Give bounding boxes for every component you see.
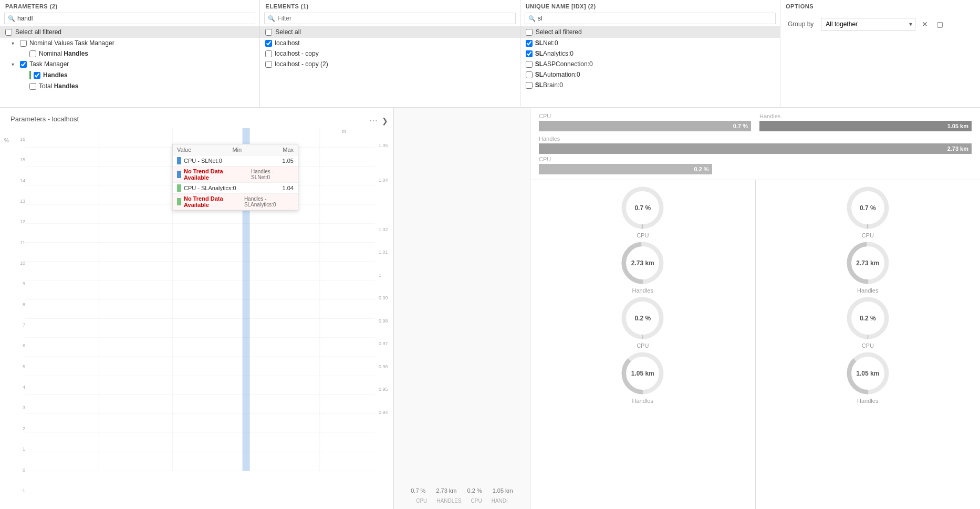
- list-item[interactable]: SLAnalytics:0: [520, 48, 780, 59]
- list-item[interactable]: ▾ Nominal Values Task Manager: [0, 38, 259, 48]
- unique-name-panel: UNIQUE NAME [IDX] (2) 🔍 Select all filte…: [520, 0, 780, 107]
- group-by-select-wrapper[interactable]: All together Per element Per parameter: [821, 18, 915, 30]
- handles-value: 1.05 km: [947, 123, 968, 129]
- gauge-label: CPU: [862, 342, 874, 349]
- tree-checkbox[interactable]: [265, 40, 272, 47]
- search-icon: 🔍: [528, 15, 536, 22]
- gauge-value: 1.05 km: [856, 370, 879, 377]
- elements-search-box[interactable]: 🔍: [264, 13, 515, 24]
- gauge-value: 1.05 km: [631, 370, 654, 377]
- tree-checkbox[interactable]: [29, 50, 36, 57]
- elements-select-all-label: Select all: [275, 28, 301, 36]
- parameters-select-all-checkbox[interactable]: [5, 29, 12, 36]
- unique-name-select-all[interactable]: Select all filtered: [520, 26, 780, 38]
- tree-checkbox[interactable]: [34, 72, 40, 79]
- gauge-circle: 0.7 %: [620, 185, 665, 230]
- tree-checkbox[interactable]: [526, 61, 533, 68]
- tooltip-row: No Trend Data Available Handles - SLAnal…: [173, 194, 298, 210]
- y-val: 3: [15, 405, 25, 410]
- gauge-circle: 1.05 km: [620, 351, 665, 396]
- cpu-section-label: CPU: [539, 156, 972, 162]
- list-item[interactable]: SLNet:0: [520, 38, 780, 48]
- gauge-label: Handles: [632, 398, 653, 404]
- unique-name-search-box[interactable]: 🔍: [525, 13, 776, 24]
- elements-select-all-checkbox[interactable]: [265, 29, 272, 36]
- gauge-column-2: 0.7 % CPU 2.73 km Handles: [756, 180, 981, 509]
- parameters-search-input[interactable]: [17, 15, 252, 22]
- close-button[interactable]: ✕: [920, 19, 930, 29]
- tree-checkbox[interactable]: [526, 40, 533, 47]
- gauge-value: 2.73 km: [631, 259, 654, 267]
- y-val: 7: [15, 323, 25, 328]
- handles-section: Handles 2.73 km: [539, 136, 972, 154]
- svg-text:0.94: 0.94: [379, 410, 388, 415]
- gauge-circle: 0.2 %: [620, 296, 665, 340]
- mid-value: 0.2 %: [467, 487, 482, 494]
- elements-select-all[interactable]: Select all: [260, 26, 519, 38]
- gauge-label: CPU: [862, 232, 874, 238]
- tree-checkbox[interactable]: [265, 61, 272, 68]
- list-item[interactable]: SLASPConnection:0: [520, 59, 780, 69]
- list-item[interactable]: SLAutomation:0: [520, 69, 780, 80]
- top-metrics-row: CPU 0.7 % Handles 1.05 km: [539, 113, 972, 131]
- search-icon: 🔍: [8, 15, 15, 22]
- chevron-placeholder: [21, 72, 27, 78]
- tooltip-series-label: CPU - SLNet:0: [184, 158, 280, 164]
- cpu-metric: CPU 0.7 %: [539, 113, 751, 131]
- tree-item-label: localhost: [275, 39, 299, 47]
- tree-item-label: SLASPConnection:0: [535, 60, 593, 68]
- unique-name-select-all-label: Select all filtered: [536, 28, 582, 36]
- unique-name-header: UNIQUE NAME [IDX] (2): [520, 0, 780, 13]
- tree-item-label: localhost - copy (2): [275, 60, 328, 68]
- cpu-value: 0.7 %: [733, 123, 748, 129]
- elements-search-input[interactable]: [277, 15, 512, 22]
- gauge-circle: 0.2 %: [846, 296, 890, 340]
- parameters-header: PARAMETERS (2): [0, 0, 259, 13]
- tree-checkbox[interactable]: [526, 71, 533, 78]
- list-item[interactable]: localhost: [260, 38, 519, 48]
- y-val: 0: [15, 468, 25, 473]
- list-item[interactable]: Total Handles: [0, 81, 259, 91]
- tree-item-label: Handles: [43, 71, 68, 79]
- tree-item-label: SLAnalytics:0: [535, 50, 574, 57]
- tree-item-label: SLAutomation:0: [535, 71, 580, 78]
- metrics-bars-section: CPU 0.7 % Handles 1.05 km Handles 2.73 k…: [530, 108, 980, 180]
- mid-labels-row: CPU HANDLES CPU HANDI: [416, 498, 508, 504]
- tree-checkbox[interactable]: [29, 83, 36, 90]
- unique-name-search-input[interactable]: [538, 15, 772, 22]
- parameters-select-all[interactable]: Select all filtered: [0, 26, 259, 38]
- tooltip-row: CPU - SLNet:0 1.05: [173, 155, 298, 167]
- list-item[interactable]: SLBrain:0: [520, 80, 780, 90]
- tree-item-label: SLBrain:0: [535, 81, 563, 89]
- search-icon: 🔍: [268, 15, 275, 22]
- y-val: 12: [15, 219, 25, 224]
- tree-checkbox[interactable]: [20, 40, 27, 47]
- parameters-search-box[interactable]: 🔍: [4, 13, 255, 24]
- gauge-circle: 2.73 km: [846, 241, 890, 285]
- mid-gauge-panel: 0.7 % 2.73 km 0.2 % 1.05 km CPU HANDLES …: [394, 108, 530, 509]
- maximize-button[interactable]: ▢: [934, 19, 945, 29]
- gauge-value: 0.7 %: [860, 204, 876, 212]
- list-item[interactable]: ▾ Task Manager: [0, 59, 259, 69]
- cpu-bar: 0.7 %: [539, 121, 751, 131]
- tree-checkbox[interactable]: [526, 50, 533, 57]
- y-val: 11: [15, 240, 25, 245]
- y-axis-label: %: [4, 138, 13, 143]
- chart-expand-button[interactable]: ❯: [382, 116, 388, 126]
- chart-options-button[interactable]: ⋯: [369, 116, 378, 126]
- list-item[interactable]: localhost - copy (2): [260, 59, 519, 69]
- tree-checkbox[interactable]: [526, 82, 533, 89]
- tree-checkbox[interactable]: [265, 50, 272, 57]
- cpu-section-value: 0.2 %: [694, 166, 708, 172]
- list-item[interactable]: Nominal Handles: [0, 48, 259, 59]
- group-by-select[interactable]: All together Per element Per parameter: [821, 18, 915, 30]
- svg-text:0.95: 0.95: [379, 387, 388, 392]
- list-item[interactable]: localhost - copy: [260, 48, 519, 59]
- gauge-circle: 1.05 km: [846, 351, 890, 396]
- chevron-placeholder: [21, 51, 27, 57]
- unique-name-select-all-checkbox[interactable]: [526, 29, 533, 36]
- tree-checkbox[interactable]: [20, 61, 27, 68]
- options-content: Group by All together Per element Per pa…: [780, 13, 980, 36]
- list-item[interactable]: Handles: [0, 69, 259, 81]
- cpu-label: CPU: [539, 113, 751, 119]
